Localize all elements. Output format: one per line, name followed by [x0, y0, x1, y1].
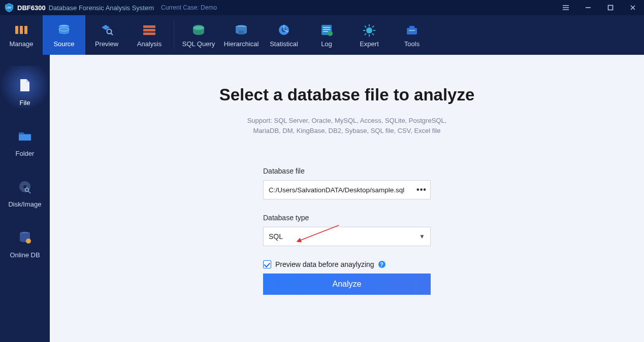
nav-expert[interactable]: Expert	[348, 15, 391, 55]
log-icon	[319, 23, 334, 37]
database-type-select[interactable]: SQL ▼	[263, 227, 431, 246]
nav-label: Source	[53, 40, 74, 48]
nav-analysis[interactable]: Analysis	[128, 15, 171, 55]
nav-label: SQL Query	[182, 40, 215, 48]
database-type-value: SQL	[269, 232, 283, 241]
manage-icon	[14, 23, 29, 37]
svg-point-20	[328, 31, 333, 36]
sidebar-item-file[interactable]: File	[0, 66, 50, 117]
sidebar-item-online-db[interactable]: Online DB	[0, 218, 50, 269]
nav-label: Expert	[360, 40, 379, 48]
svg-rect-18	[323, 29, 330, 30]
tools-icon	[404, 23, 420, 37]
sidebar-item-label: Folder	[16, 150, 35, 157]
window-close-button[interactable]	[622, 0, 644, 15]
svg-rect-23	[409, 26, 414, 28]
case-prefix: Current Case:	[161, 4, 199, 11]
svg-rect-17	[323, 27, 330, 28]
svg-rect-9	[143, 29, 155, 31]
statistical-icon	[276, 23, 292, 37]
analyze-button[interactable]: Analyze	[263, 273, 431, 295]
nav-label: Log	[321, 40, 332, 48]
support-line-2: MariaDB, DM, KingBase, DB2, Sybase, SQL …	[253, 127, 441, 134]
disk-image-icon	[16, 178, 34, 195]
help-icon[interactable]: ?	[378, 261, 385, 268]
svg-rect-13	[239, 30, 244, 35]
database-file-input[interactable]	[264, 186, 413, 194]
main-panel: Select a database file to analyze Suppor…	[50, 55, 644, 342]
browse-file-button[interactable]: •••	[413, 181, 430, 199]
menu-button[interactable]	[555, 0, 577, 15]
svg-rect-1	[608, 6, 613, 10]
case-name: Demo	[201, 4, 217, 11]
nav-label: Statistical	[270, 40, 298, 48]
supported-formats: Support: SQL Server, Oracle, MySQL, Acce…	[247, 116, 447, 135]
nav-log[interactable]: Log	[305, 15, 348, 55]
svg-point-29	[26, 238, 31, 244]
current-case: Current Case: Demo	[161, 4, 217, 11]
svg-rect-4	[24, 26, 27, 34]
sidebar-item-label: File	[20, 99, 30, 107]
analyze-button-label: Analyze	[333, 280, 362, 289]
window-minimize-button[interactable]	[577, 0, 599, 15]
svg-rect-24	[409, 30, 415, 31]
svg-rect-22	[407, 28, 417, 35]
window-maximize-button[interactable]	[599, 0, 622, 15]
file-icon	[16, 77, 34, 94]
svg-point-26	[23, 185, 26, 188]
nav-sql-query[interactable]: SQL Query	[177, 15, 220, 55]
nav-label: Preview	[95, 40, 118, 48]
expert-icon	[362, 23, 377, 37]
svg-rect-3	[20, 26, 23, 34]
nav-tools[interactable]: Tools	[391, 15, 433, 55]
hierarchical-icon	[234, 23, 249, 37]
svg-rect-19	[323, 31, 328, 32]
analyze-form: Database file ••• Database type SQL ▼ Pr…	[263, 167, 431, 295]
sidebar-item-label: Online DB	[10, 251, 40, 259]
nav-statistical[interactable]: Statistical	[263, 15, 305, 55]
preview-data-label: Preview data before anaylyzing	[275, 260, 374, 268]
svg-point-21	[366, 27, 372, 33]
svg-rect-10	[143, 32, 155, 35]
support-line-1: Support: SQL Server, Oracle, MySQL, Acce…	[247, 117, 447, 124]
nav-label: Analysis	[137, 40, 162, 48]
titlebar: DBF DBF6300 Database Forensic Analysis S…	[0, 0, 644, 15]
database-file-field: •••	[263, 180, 431, 199]
app-subtitle: Database Forensic Analysis System	[49, 4, 154, 12]
nav-label: Manage	[10, 40, 34, 48]
nav-hierarchical[interactable]: Hierarchical	[220, 15, 263, 55]
nav-label: Tools	[404, 40, 420, 48]
page-title: Select a database file to analyze	[219, 85, 475, 105]
chevron-down-icon: ▼	[419, 233, 425, 240]
top-nav: Manage Source Preview Analysis SQL Query…	[0, 15, 644, 55]
sidebar-item-disk-image[interactable]: Disk/Image	[0, 167, 50, 218]
svg-rect-8	[143, 25, 155, 28]
sidebar-item-label: Disk/Image	[8, 200, 41, 208]
sql-query-icon	[191, 23, 206, 37]
app-name: DBF6300	[17, 4, 46, 12]
nav-manage[interactable]: Manage	[0, 15, 43, 55]
svg-rect-2	[15, 26, 18, 34]
database-type-label: Database type	[263, 214, 431, 222]
preview-data-checkbox[interactable]	[263, 260, 271, 268]
nav-source[interactable]: Source	[43, 15, 85, 55]
app-logo-icon: DBF	[4, 3, 14, 13]
database-file-label: Database file	[263, 167, 431, 175]
analysis-icon	[142, 23, 157, 37]
preview-icon	[99, 23, 114, 37]
source-sidebar: File Folder Disk/Image Online DB	[0, 55, 50, 342]
nav-preview[interactable]: Preview	[85, 15, 128, 55]
sidebar-item-folder[interactable]: Folder	[0, 117, 50, 167]
online-db-icon	[16, 229, 34, 246]
svg-text:DBF: DBF	[7, 6, 12, 9]
folder-icon	[16, 127, 34, 145]
nav-label: Hierarchical	[224, 40, 259, 48]
source-icon	[56, 23, 72, 37]
svg-point-11	[193, 26, 204, 30]
